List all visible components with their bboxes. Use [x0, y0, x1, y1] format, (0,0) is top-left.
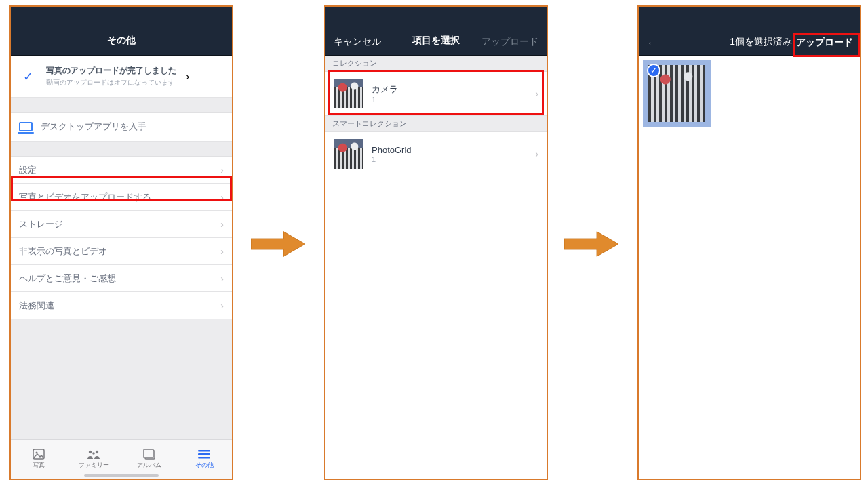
header: キャンセル 項目を選択 アップロード: [326, 7, 547, 56]
step-arrow-1: [251, 230, 305, 258]
chevron-right-icon: ›: [535, 148, 538, 159]
row-label: ヘルプとご意見・ご感想: [19, 272, 116, 285]
section-smart-header: スマートコレクション: [326, 116, 547, 132]
svg-marker-0: [251, 232, 305, 257]
tab-bar: 写真 ファミリー アルバム その他: [11, 439, 232, 479]
chevron-right-icon: ›: [220, 192, 224, 203]
chevron-right-icon: ›: [220, 300, 224, 311]
screen-select-items: キャンセル 項目を選択 アップロード コレクション カメラ 1 › スマートコレ…: [324, 5, 548, 480]
chevron-right-icon: ›: [186, 70, 189, 83]
row-label: 法務関連: [19, 300, 54, 312]
tab-label: アルバム: [137, 461, 161, 470]
help-feedback-row[interactable]: ヘルプとご意見・ご感想 ›: [11, 265, 232, 292]
header: その他: [11, 7, 232, 56]
tab-more[interactable]: その他: [177, 440, 233, 479]
svg-point-4: [89, 451, 92, 453]
chevron-right-icon: ›: [220, 165, 224, 176]
check-icon: ✓: [19, 69, 37, 84]
get-desktop-app-row[interactable]: デスクトップアプリを入手: [11, 113, 232, 142]
screen-more: その他 ✓ 写真のアップロードが完了しました 動画のアップロードはオフになってい…: [9, 5, 233, 480]
section-gap: [11, 142, 232, 157]
header: ← 1個を選択済み アップロード: [639, 7, 860, 56]
content: コレクション カメラ 1 › スマートコレクション PhotoGrid 1 ›: [326, 56, 547, 479]
back-button[interactable]: ←: [647, 37, 656, 48]
svg-rect-9: [198, 450, 210, 451]
svg-point-6: [92, 452, 95, 455]
chevron-right-icon: ›: [220, 246, 224, 257]
upload-status-sub: 動画のアップロードはオフになっています: [46, 78, 176, 87]
selected-check-icon: ✓: [647, 64, 660, 77]
menu-icon: [197, 449, 211, 460]
collection-photogrid-row[interactable]: PhotoGrid 1 ›: [326, 132, 547, 176]
svg-rect-10: [198, 453, 210, 455]
collection-name: カメラ: [372, 83, 398, 96]
collection-thumbnail: [334, 79, 363, 108]
album-icon: [142, 449, 156, 460]
svg-marker-1: [564, 232, 618, 257]
get-desktop-app-label: デスクトップアプリを入手: [41, 121, 146, 133]
family-icon: [87, 449, 100, 460]
home-indicator: [84, 474, 159, 477]
tab-label: 写真: [33, 461, 45, 470]
section-gap: [11, 98, 232, 113]
step-arrow-2: [564, 230, 618, 258]
tab-family[interactable]: ファミリー: [66, 440, 122, 479]
tab-album[interactable]: アルバム: [121, 440, 177, 479]
svg-point-5: [96, 451, 98, 453]
upload-status-title: 写真のアップロードが完了しました: [46, 65, 176, 77]
arrow-left-icon: ←: [647, 37, 656, 48]
chevron-right-icon: ›: [535, 88, 538, 99]
content: ✓ 写真のアップロードが完了しました 動画のアップロードはオフになっています ›…: [11, 56, 232, 319]
hidden-photos-row[interactable]: 非表示の写真とビデオ ›: [11, 238, 232, 265]
svg-rect-2: [33, 449, 44, 459]
row-label: 非表示の写真とビデオ: [19, 245, 107, 258]
legal-row[interactable]: 法務関連 ›: [11, 292, 232, 319]
collection-count: 1: [372, 155, 412, 163]
header-title: その他: [107, 35, 136, 55]
section-collection-header: コレクション: [326, 56, 547, 72]
screen-selected: ← 1個を選択済み アップロード ✓: [637, 5, 861, 480]
settings-row[interactable]: 設定 ›: [11, 157, 232, 184]
photo-item-selected[interactable]: ✓: [643, 60, 711, 127]
row-label: ストレージ: [19, 218, 63, 230]
upload-button[interactable]: アップロード: [789, 30, 860, 55]
tab-photos[interactable]: 写真: [11, 440, 66, 479]
upload-photos-videos-row[interactable]: 写真とビデオをアップロードする ›: [11, 184, 232, 211]
collection-camera-row[interactable]: カメラ 1 ›: [326, 72, 547, 116]
collection-count: 1: [372, 96, 398, 104]
header-title: 項目を選択: [412, 35, 460, 55]
photo-icon: [32, 449, 45, 460]
cancel-button[interactable]: キャンセル: [334, 36, 381, 48]
svg-rect-11: [198, 457, 210, 458]
chevron-right-icon: ›: [220, 219, 224, 230]
chevron-right-icon: ›: [220, 273, 224, 284]
upload-button-disabled: アップロード: [481, 36, 538, 48]
tab-label: ファミリー: [79, 461, 109, 470]
collection-name: PhotoGrid: [372, 145, 412, 155]
collection-thumbnail: [334, 139, 363, 169]
content: ✓: [639, 56, 860, 479]
storage-row[interactable]: ストレージ ›: [11, 211, 232, 238]
selected-count: 1個を選択済み: [730, 36, 792, 48]
upload-status-row[interactable]: ✓ 写真のアップロードが完了しました 動画のアップロードはオフになっています ›: [11, 56, 232, 98]
laptop-icon: [19, 122, 33, 131]
row-label: 設定: [19, 164, 37, 176]
svg-rect-8: [144, 449, 153, 458]
tab-label: その他: [195, 461, 214, 470]
row-label: 写真とビデオをアップロードする: [19, 191, 151, 203]
